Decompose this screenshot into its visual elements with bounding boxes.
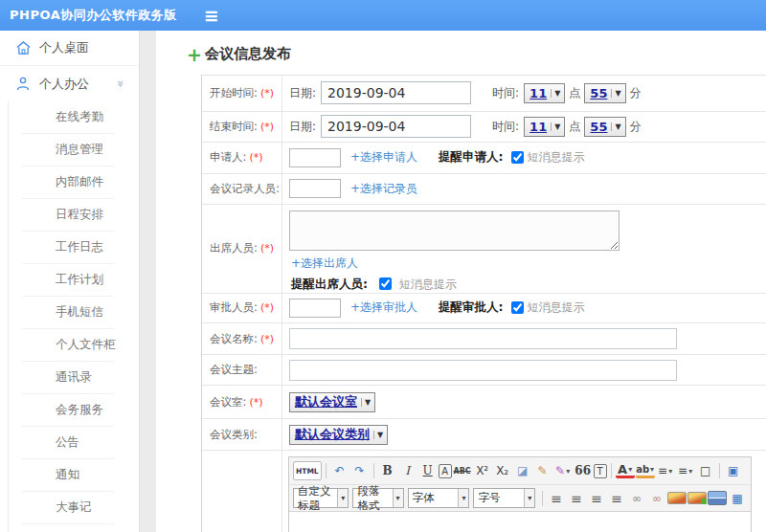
meeting-room-select[interactable]: 默认会议室▼ xyxy=(289,392,375,412)
undo-icon[interactable]: ↶ xyxy=(330,461,349,480)
eraser-icon[interactable]: ◪ xyxy=(513,461,532,480)
sidebar-item-label: 通知 xyxy=(22,459,114,492)
hamburger-menu-icon[interactable]: ≡ xyxy=(204,0,219,31)
choose-attendees-link[interactable]: +选择出席人 xyxy=(291,255,358,272)
upload-image-icon[interactable] xyxy=(687,492,707,504)
chevron-down-icon: ▾ xyxy=(524,489,534,507)
end-minute-select[interactable]: 55▼ xyxy=(584,117,625,137)
applicant-input[interactable] xyxy=(289,148,341,167)
sidebar-submenu: 在线考勤消息管理内部邮件日程安排工作日志工作计划手机短信个人文件柜通讯录会务服务… xyxy=(0,101,139,532)
field-label: 审批人员: xyxy=(210,300,258,315)
time-label: 时间: xyxy=(492,85,519,101)
sidebar-item[interactable]: 公告 xyxy=(8,427,139,459)
font-color-icon[interactable]: A▾ xyxy=(616,463,635,478)
italic-icon[interactable]: I xyxy=(398,461,417,480)
blockquote-icon[interactable]: 66 xyxy=(574,461,593,480)
hour-unit-label: 点 xyxy=(569,119,580,135)
font-family-select[interactable]: 字体▾ xyxy=(408,488,470,508)
chevron-down-icon: ▾ xyxy=(393,489,403,507)
sidebar-item[interactable]: 工作计划 xyxy=(8,264,139,297)
sidebar-item[interactable]: 手机短信 xyxy=(8,297,139,329)
fullscreen-icon[interactable]: ▣ xyxy=(724,461,743,480)
underline-icon[interactable]: U xyxy=(418,461,438,480)
sidebar-item[interactable]: 消息管理 xyxy=(8,134,139,166)
text-style-icon[interactable]: A xyxy=(439,464,452,478)
highlight-color-icon[interactable]: ab▾ xyxy=(636,463,655,478)
field-label: 结束时间: xyxy=(210,120,258,134)
sms-label: 短消息提示 xyxy=(528,299,585,316)
align-center-icon[interactable]: ≡ xyxy=(567,489,586,508)
sms-remind-approver-checkbox[interactable] xyxy=(511,301,524,314)
table-icon[interactable]: ▦ xyxy=(728,489,747,508)
sidebar-item[interactable]: 个人文件柜 xyxy=(8,329,139,362)
sidebar-item[interactable]: 在线考勤 xyxy=(8,101,139,134)
ordered-list-icon[interactable]: ≡▾ xyxy=(656,461,675,480)
subscript-icon[interactable]: X₂ xyxy=(493,461,512,480)
start-hour-select[interactable]: 11▼ xyxy=(524,83,565,103)
sidebar-item[interactable]: 内部邮件 xyxy=(8,166,139,199)
start-date-input[interactable] xyxy=(321,81,471,104)
custom-heading-select[interactable]: 自定义标题▾ xyxy=(293,488,349,508)
bold-icon[interactable]: B xyxy=(378,461,397,480)
sms-remind-attendees-checkbox[interactable] xyxy=(379,277,392,290)
new-page-icon[interactable]: □ xyxy=(696,461,715,480)
meeting-topic-input[interactable] xyxy=(289,360,677,381)
meeting-name-input[interactable] xyxy=(289,328,677,349)
link-icon[interactable]: ∞ xyxy=(627,489,646,508)
recorder-input[interactable] xyxy=(289,179,341,198)
approver-input[interactable] xyxy=(289,299,341,318)
sidebar-item-label: 通讯录 xyxy=(22,362,114,394)
align-left-icon[interactable]: ≡ xyxy=(547,489,566,508)
sidebar-item-label: 会务服务 xyxy=(22,394,114,427)
sidebar-item[interactable]: 会务服务 xyxy=(8,394,139,427)
sidebar-item[interactable]: 工作日志 xyxy=(8,232,139,264)
app-title: PHPOA协同办公软件政务版 xyxy=(0,7,177,24)
choose-recorder-link[interactable]: +选择记录员 xyxy=(350,181,417,197)
font-size-select[interactable]: 字号▾ xyxy=(473,488,535,508)
start-minute-select[interactable]: 55▼ xyxy=(584,83,625,103)
sidebar-item[interactable]: 大事记 xyxy=(8,492,139,524)
attendees-textarea[interactable] xyxy=(289,211,620,251)
redo-icon[interactable]: ↷ xyxy=(350,461,370,480)
end-hour-select[interactable]: 11▼ xyxy=(524,117,565,137)
required-mark: (*) xyxy=(260,242,274,255)
editor-toolbar-row2: 自定义标题▾段落格式▾字体▾字号▾≡≡≡≡∞∞▦ xyxy=(289,484,751,511)
justify-icon[interactable]: ≡ xyxy=(607,489,626,508)
end-date-input[interactable] xyxy=(321,115,471,138)
choose-approver-link[interactable]: +选择审批人 xyxy=(350,299,417,316)
meeting-category-select[interactable]: 默认会议类别▼ xyxy=(289,425,388,445)
editor-toolbar-row1: HTML↶↷BIUAABCX²X₂◪✎✎▾66TA▾ab▾≡▾≡▾□▣ xyxy=(289,457,751,484)
choose-applicant-link[interactable]: +选择申请人 xyxy=(350,149,417,166)
paragraph-format-select[interactable]: 段落格式▾ xyxy=(352,488,403,508)
toolbar-separator xyxy=(326,463,327,478)
sidebar-item-label: 工作日志 xyxy=(22,232,114,264)
strikethrough-icon[interactable]: ABC xyxy=(453,461,472,480)
row-approver: 审批人员:(*) +选择审批人 提醒审批人: 短消息提示 xyxy=(202,294,766,324)
row-start-time: 开始时间:(*) 日期: 时间: 11▼ 点 55▼ 分 xyxy=(202,76,766,112)
date-label: 日期: xyxy=(289,119,316,135)
unordered-list-icon[interactable]: ≡▾ xyxy=(676,461,695,480)
sidebar-item[interactable]: 通知 xyxy=(8,459,139,492)
editor-content-area[interactable] xyxy=(289,511,751,532)
sidebar-item-personal-desktop[interactable]: 个人桌面 xyxy=(0,31,139,66)
clean-format-icon[interactable]: ✎ xyxy=(533,461,552,480)
plus-icon: + xyxy=(187,48,202,61)
sms-remind-applicant-checkbox[interactable] xyxy=(511,151,524,164)
sidebar-item[interactable]: 新闻 xyxy=(8,524,139,532)
sidebar-item-personal-office[interactable]: 个人办公 » xyxy=(0,66,139,101)
image-icon[interactable] xyxy=(667,492,687,504)
html-source-icon[interactable]: HTML xyxy=(293,461,322,480)
format-painter-icon[interactable]: ✎▾ xyxy=(553,461,573,480)
superscript-icon[interactable]: X² xyxy=(473,461,492,480)
sidebar-item[interactable]: 日程安排 xyxy=(8,199,139,232)
unlink-icon[interactable]: ∞ xyxy=(647,489,666,508)
remind-applicant-label: 提醒申请人: xyxy=(439,149,504,166)
sidebar-item-label: 大事记 xyxy=(22,492,114,524)
align-right-icon[interactable]: ≡ xyxy=(587,489,606,508)
media-icon[interactable] xyxy=(708,491,727,505)
paste-icon[interactable]: T xyxy=(594,464,607,478)
sidebar-item[interactable]: 通讯录 xyxy=(8,362,139,394)
sms-label: 短消息提示 xyxy=(399,277,457,291)
home-icon xyxy=(15,40,31,55)
date-label: 日期: xyxy=(289,85,316,101)
